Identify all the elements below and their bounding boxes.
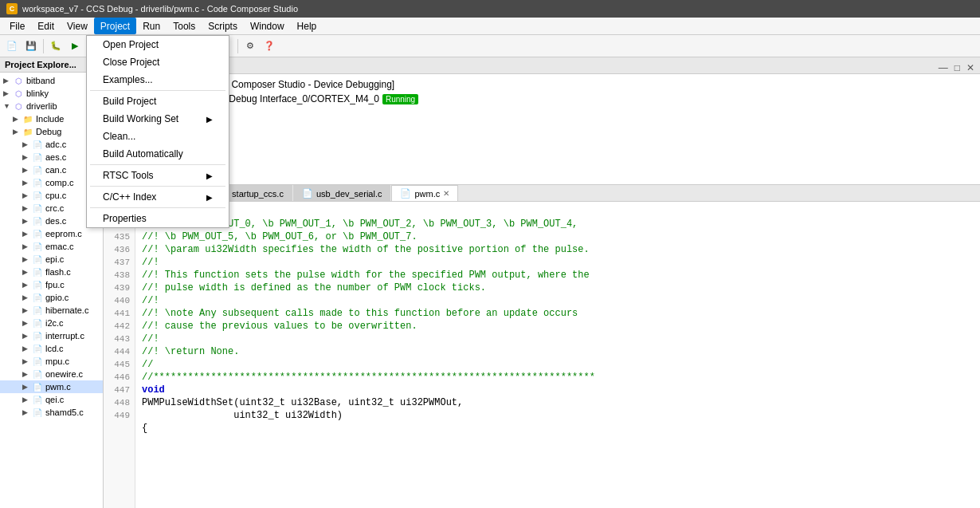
line-num-441: 441 xyxy=(108,307,130,320)
expand-arrow-interrupt: ▶ xyxy=(22,332,32,340)
debug-tab-controls: — □ ✕ xyxy=(936,62,980,73)
debug-content: ▼ 🐛 usb_dev_serial [Code Composer Studio… xyxy=(104,74,980,184)
menu-window[interactable]: Window xyxy=(244,18,291,34)
file-icon-crc: 📄 xyxy=(32,203,43,214)
expand-arrow-hibernate: ▶ xyxy=(22,306,32,314)
code-content[interactable]: //! of \b PWM_OUT_0, \b PWM_OUT_1, \b PW… xyxy=(135,202,980,508)
expand-arrow-onewire: ▶ xyxy=(22,370,32,378)
close-btn[interactable]: ✕ xyxy=(964,62,977,73)
menu-help[interactable]: Help xyxy=(291,18,323,34)
tree-item-epi[interactable]: ▶ 📄 epi.c xyxy=(0,253,103,266)
line-num-449: 449 xyxy=(108,409,130,422)
file-icon-fpu: 📄 xyxy=(32,279,43,290)
tree-item-i2c[interactable]: ▶ 📄 i2c.c xyxy=(0,317,103,329)
toolbar-new[interactable]: 📄 xyxy=(3,37,21,55)
line-num-439: 439 xyxy=(108,282,130,294)
line-num-448: 448 xyxy=(108,396,130,409)
separator-3 xyxy=(90,186,225,187)
code-line-439: //! xyxy=(142,295,159,306)
file-icon-pwm: 📄 xyxy=(32,381,43,392)
tree-item-eeprom[interactable]: ▶ 📄 eeprom.c xyxy=(0,227,103,240)
arrow-icon-3: ▶ xyxy=(206,193,213,202)
label-epi: epi.c xyxy=(45,254,64,264)
toolbar-help[interactable]: ❓ xyxy=(261,37,278,55)
expand-arrow-qei: ▶ xyxy=(22,396,32,404)
tree-item-emac[interactable]: ▶ 📄 emac.c xyxy=(0,240,103,253)
project-icon-driverlib: ⬡ xyxy=(13,100,24,112)
tree-item-qei[interactable]: ▶ 📄 qei.c xyxy=(0,393,103,406)
expand-arrow-emac: ▶ xyxy=(22,242,32,250)
menu-bar-container: File Edit View Project Run Tools Scripts… xyxy=(0,18,980,35)
menu-clean[interactable]: Clean... xyxy=(87,128,229,145)
code-line-445: //**************************************… xyxy=(142,372,595,383)
expand-arrow-debug: ▶ xyxy=(13,128,22,136)
tree-item-flash[interactable]: ▶ 📄 flash.c xyxy=(0,266,103,278)
label-qei: qei.c xyxy=(45,395,64,404)
tab-pwm[interactable]: 📄 pwm.c ✕ xyxy=(391,185,458,201)
menu-build-automatically[interactable]: Build Automatically xyxy=(87,145,229,163)
code-line-444: // xyxy=(142,359,153,370)
file-icon-gpio: 📄 xyxy=(32,292,43,303)
menu-examples[interactable]: Examples... xyxy=(87,71,229,89)
editor-content: 433 434 435 436 437 438 439 440 441 442 … xyxy=(104,202,980,508)
file-icon-interrupt: 📄 xyxy=(32,330,43,341)
line-numbers: 433 434 435 436 437 438 439 440 441 442 … xyxy=(104,202,135,508)
label-cpu: cpu.c xyxy=(45,191,66,200)
toolbar-run[interactable]: ▶ xyxy=(66,37,84,55)
menu-properties[interactable]: Properties xyxy=(87,210,229,227)
menu-close-project[interactable]: Close Project xyxy=(87,53,229,71)
tree-item-lcd[interactable]: ▶ 📄 lcd.c xyxy=(0,342,103,355)
code-line-446: void xyxy=(142,384,165,396)
tree-item-hibernate[interactable]: ▶ 📄 hibernate.c xyxy=(0,304,103,317)
app-icon: C xyxy=(6,3,18,14)
menu-build-project[interactable]: Build Project xyxy=(87,93,229,110)
usb-icon: 📄 xyxy=(302,188,313,199)
title-text: workspace_v7 - CCS Debug - driverlib/pwm… xyxy=(22,4,298,14)
menu-cpp-index[interactable]: C/C++ Index ▶ xyxy=(87,188,229,206)
expand-arrow-gpio: ▶ xyxy=(22,293,32,301)
tree-item-interrupt[interactable]: ▶ 📄 interrupt.c xyxy=(0,329,103,342)
menu-build-working-set[interactable]: Build Working Set ▶ xyxy=(87,110,229,128)
code-line-448: uint32_t ui32Width) xyxy=(142,410,343,421)
code-line-434: //! \b PWM_OUT_5, \b PWM_OUT_6, or \b PW… xyxy=(142,231,417,242)
menu-project[interactable]: Project xyxy=(94,18,136,34)
startup-label: startup_ccs.c xyxy=(232,189,284,199)
code-line-442: //! xyxy=(142,333,159,345)
menu-edit[interactable]: Edit xyxy=(31,18,61,34)
project-icon-bitband: ⬡ xyxy=(13,75,24,86)
arrow-icon: ▶ xyxy=(206,115,213,124)
tree-item-pwm[interactable]: ▶ 📄 pwm.c xyxy=(0,380,103,393)
menu-rtsc-tools[interactable]: RTSC Tools ▶ xyxy=(87,167,229,184)
pwm-tab-close[interactable]: ✕ xyxy=(443,189,449,198)
code-line-449: { xyxy=(142,423,147,434)
menu-file[interactable]: File xyxy=(3,18,31,34)
expand-arrow-cpu: ▶ xyxy=(22,191,32,199)
toolbar-settings[interactable]: ⚙ xyxy=(241,37,259,55)
menu-run[interactable]: Run xyxy=(136,18,167,34)
tree-item-gpio[interactable]: ▶ 📄 gpio.c xyxy=(0,291,103,304)
tree-item-onewire[interactable]: ▶ 📄 onewire.c xyxy=(0,368,103,380)
code-line-443: //! \return None. xyxy=(142,346,239,357)
maximize-btn[interactable]: □ xyxy=(952,62,962,73)
code-line-441: //! cause the previous values to be over… xyxy=(142,321,417,332)
minimize-btn[interactable]: — xyxy=(936,62,951,73)
file-icon-emac: 📄 xyxy=(32,241,43,252)
pwm-label: pwm.c xyxy=(414,189,440,199)
tree-item-shamd5[interactable]: ▶ 📄 shamd5.c xyxy=(0,406,103,419)
menu-view[interactable]: View xyxy=(61,18,94,34)
code-line-435: //! \param ui32Width specifies the width… xyxy=(142,244,590,255)
menu-scripts[interactable]: Scripts xyxy=(202,18,244,34)
toolbar-save[interactable]: 💾 xyxy=(22,37,40,55)
toolbar-debug[interactable]: 🐛 xyxy=(47,37,65,55)
usb-label: usb_dev_serial.c xyxy=(316,189,382,199)
menu-tools[interactable]: Tools xyxy=(167,18,202,34)
folder-icon-include: 📁 xyxy=(22,113,33,124)
tree-item-mpu[interactable]: ▶ 📄 mpu.c xyxy=(0,355,103,368)
debug-session-item[interactable]: ▼ 🐛 usb_dev_serial [Code Composer Studio… xyxy=(110,77,974,92)
label-flash: flash.c xyxy=(45,267,71,277)
label-bitband: bitband xyxy=(26,76,55,85)
debug-cortex-item[interactable]: ▶ Stellaris In-Circuit Debug Interface_0… xyxy=(110,92,974,106)
tree-item-fpu[interactable]: ▶ 📄 fpu.c xyxy=(0,278,103,291)
tab-usb-dev-serial[interactable]: 📄 usb_dev_serial.c xyxy=(293,185,391,201)
menu-open-project[interactable]: Open Project xyxy=(87,36,229,53)
